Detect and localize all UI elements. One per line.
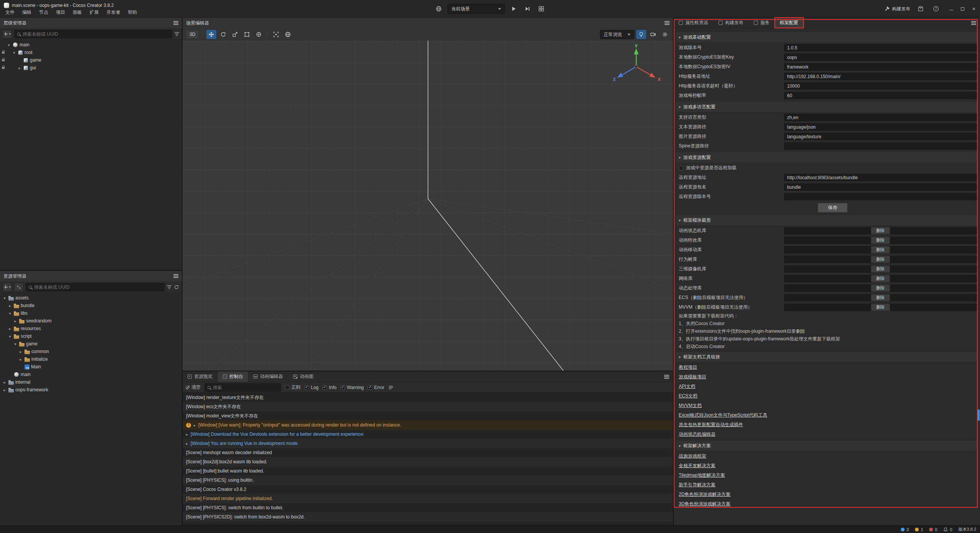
tab-animation-graph[interactable]: 动画图 <box>288 371 319 382</box>
menu-item[interactable]: 节点 <box>35 8 52 16</box>
solution-link[interactable]: 战旗游戏框架 <box>676 451 706 461</box>
log-row[interactable]: [Window] Download the Vue Devtools exten… <box>183 430 673 439</box>
preview-target-button[interactable] <box>434 4 444 14</box>
expand-arrow-icon[interactable] <box>17 66 22 70</box>
config-input[interactable] <box>784 174 977 181</box>
view-mode-select[interactable]: 正常浏览 <box>600 30 634 39</box>
scale-tool-button[interactable] <box>230 30 240 39</box>
close-button[interactable]: × <box>972 7 976 11</box>
asset-node-row[interactable]: internal <box>0 378 182 386</box>
delete-module-button[interactable]: 删除 <box>871 304 890 311</box>
config-input[interactable] <box>784 133 977 140</box>
camera-settings-button[interactable] <box>648 30 658 39</box>
log-level-filter[interactable]: Log <box>304 385 318 390</box>
package-button[interactable] <box>916 4 926 14</box>
tab-build-publish[interactable]: 构建发布 <box>714 18 749 28</box>
solution-link[interactable]: Tiledmap地图解决方案 <box>676 471 725 480</box>
log-level-filter[interactable]: Info <box>322 385 336 390</box>
tab-animation-editor[interactable]: 动画编辑器 <box>248 371 288 382</box>
pivot-toggle-button[interactable] <box>271 30 281 39</box>
doc-link[interactable]: 游戏模板项目 <box>676 372 706 382</box>
log-count-badge[interactable]: 3 <box>901 527 909 532</box>
doc-link[interactable]: ECS文档 <box>676 391 697 401</box>
delete-module-button[interactable]: 删除 <box>871 227 890 234</box>
expand-arrow-icon[interactable] <box>13 342 18 346</box>
menu-item[interactable]: 开发者 <box>103 8 124 16</box>
panel-menu-icon[interactable] <box>665 23 670 23</box>
log-row[interactable]: [Window] [Vue warn]: Property "onInput" … <box>183 420 673 430</box>
delete-module-button[interactable]: 删除 <box>871 256 890 263</box>
asset-node-row[interactable]: assets <box>0 294 182 302</box>
log-row[interactable]: [Scene] [PHYSICS2D]: switch from box2d-w… <box>183 512 673 522</box>
scene-viewport[interactable]: Y X Z <box>183 41 673 371</box>
expand-arrow-icon[interactable] <box>18 350 23 354</box>
expand-arrow-icon[interactable] <box>2 388 7 392</box>
remote-load-checkbox[interactable] <box>679 166 683 170</box>
section-header-basic[interactable]: 游戏基础配置 <box>676 32 977 42</box>
scene-gear-button[interactable] <box>660 30 670 39</box>
panel-menu-icon[interactable] <box>664 376 669 377</box>
play-button[interactable] <box>509 4 519 14</box>
config-input[interactable] <box>784 44 977 51</box>
config-input[interactable] <box>784 183 977 191</box>
expand-arrow-icon[interactable] <box>2 296 7 300</box>
menu-item[interactable]: 面板 <box>69 8 86 16</box>
asset-node-row[interactable]: oops-framework <box>0 386 182 394</box>
notification-badge[interactable]: 0 <box>943 527 952 532</box>
tab-console[interactable]: 控制台 <box>218 371 248 382</box>
step-button[interactable] <box>523 4 532 14</box>
clear-console-button[interactable]: 清空 <box>186 384 201 391</box>
asset-node-row[interactable]: game <box>0 340 182 348</box>
solution-link[interactable]: 新手引导解决方案 <box>676 480 715 490</box>
expand-arrow-icon[interactable] <box>13 319 18 323</box>
menu-item[interactable]: 编辑 <box>18 8 35 16</box>
save-button[interactable]: 保存 <box>818 203 848 213</box>
config-input[interactable] <box>784 82 977 90</box>
asset-node-row[interactable]: bundle <box>0 302 182 309</box>
hierarchy-node-row[interactable]: root <box>0 49 182 56</box>
asset-node-row[interactable]: libs <box>0 309 182 317</box>
panel-menu-icon[interactable] <box>971 23 976 23</box>
error-count-badge[interactable]: 0 <box>929 527 937 532</box>
sort-assets-button[interactable] <box>14 283 23 291</box>
config-input[interactable] <box>784 142 977 150</box>
panel-menu-icon[interactable] <box>173 276 178 276</box>
config-input[interactable] <box>784 114 977 121</box>
delete-module-button[interactable]: 删除 <box>871 275 890 282</box>
hierarchy-search-input[interactable] <box>23 31 169 37</box>
section-header-solutions[interactable]: 框架解决方案 <box>676 441 977 451</box>
doc-link[interactable]: MVVM文档 <box>676 401 702 410</box>
section-header-docs[interactable]: 框架文档工具链接 <box>676 352 977 362</box>
asset-node-row[interactable]: seedrandom <box>0 317 182 325</box>
log-row[interactable]: [Window] ecs文件夹不存在 <box>183 402 673 411</box>
expand-chevron-icon[interactable] <box>194 423 196 427</box>
doc-link[interactable]: Excel格式转Json文件与TypeScript代码工具 <box>676 410 767 420</box>
menu-item[interactable]: 扩展 <box>86 8 103 16</box>
delete-module-button[interactable]: 删除 <box>871 237 890 244</box>
section-header-modules[interactable]: 框架模块裁剪 <box>676 215 977 225</box>
log-level-filter[interactable]: Error <box>368 385 384 390</box>
log-row[interactable]: [Scene] Cocos Creator v3.8.2 <box>183 485 673 494</box>
build-publish-button[interactable]: 构建发布 <box>884 6 910 12</box>
delete-module-button[interactable]: 删除 <box>871 246 890 253</box>
solution-link[interactable]: 3D角色扮演游戏解决方案 <box>676 499 730 509</box>
mode-3d-button[interactable]: 3D <box>186 30 199 39</box>
config-input[interactable] <box>784 73 977 80</box>
minimize-button[interactable] <box>949 8 953 10</box>
log-row[interactable]: [Scene] [PHYSICS]: switch from builtin t… <box>183 503 673 512</box>
tab-service[interactable]: 服务 <box>749 18 775 28</box>
rotate-tool-button[interactable] <box>218 30 228 39</box>
panel-menu-icon[interactable] <box>173 23 178 23</box>
delete-module-button[interactable]: 删除 <box>871 284 890 292</box>
assets-search-input[interactable] <box>34 284 162 290</box>
solution-link[interactable]: 2D角色扮演游戏解决方案 <box>676 490 730 499</box>
move-tool-button[interactable] <box>206 30 216 39</box>
log-row[interactable]: [Scene] [box2d]:box2d wasm lib loaded. <box>183 457 673 466</box>
log-row[interactable]: [Scene] meshopt wasm decoder initialized <box>183 448 673 457</box>
section-header-resource[interactable]: 游戏资源配置 <box>676 152 977 162</box>
console-search-input[interactable] <box>213 385 278 390</box>
navigation-gizmo[interactable]: Y X Z <box>612 44 662 86</box>
expand-arrow-icon[interactable] <box>2 380 7 384</box>
tab-property-inspector[interactable]: 属性检查器 <box>674 18 714 28</box>
filter-icon[interactable] <box>175 32 179 36</box>
